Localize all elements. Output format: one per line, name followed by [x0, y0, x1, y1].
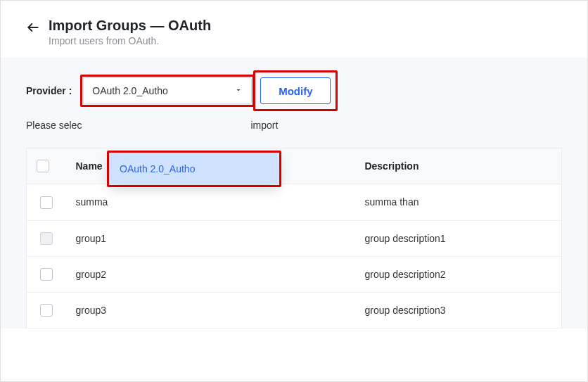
table-row: group1group description1	[27, 220, 562, 256]
row-name: summa	[66, 184, 355, 220]
page-subtitle: Import users from OAuth.	[49, 35, 211, 46]
title-block: Import Groups — OAuth Import users from …	[49, 18, 211, 46]
row-name: group1	[66, 220, 355, 256]
row-checkbox-cell	[27, 184, 66, 220]
groups-table: Name Description summasumma thangroup1gr…	[26, 148, 562, 329]
provider-select-wrapper: OAuth 2.0_Autho	[83, 77, 252, 104]
row-checkbox	[40, 232, 53, 245]
modify-button[interactable]: Modify	[260, 77, 331, 104]
row-description: group description3	[354, 293, 561, 329]
instruction-suffix: import	[250, 120, 278, 131]
provider-select-value: OAuth 2.0_Autho	[92, 85, 167, 96]
instruction-prefix: Please selec	[26, 120, 82, 131]
row-checkbox[interactable]	[40, 304, 53, 317]
row-checkbox-cell	[27, 220, 66, 256]
row-name: group3	[66, 293, 355, 329]
row-description: group description2	[354, 256, 561, 292]
row-checkbox[interactable]	[40, 196, 53, 209]
table-body: summasumma thangroup1group description1g…	[27, 184, 562, 329]
table-row: group2group description2	[27, 256, 562, 292]
back-arrow-icon[interactable]	[26, 20, 40, 34]
instruction-text: Please selec import	[26, 120, 562, 131]
modify-button-wrapper: Modify	[260, 77, 331, 104]
select-all-checkbox[interactable]	[37, 160, 49, 172]
column-header-description: Description	[354, 148, 561, 184]
page-title: Import Groups — OAuth	[49, 18, 211, 34]
provider-dropdown: OAuth 2.0_Autho	[110, 153, 279, 184]
row-checkbox[interactable]	[40, 268, 53, 281]
row-description: group description1	[354, 220, 561, 256]
row-checkbox-cell	[27, 293, 66, 329]
groups-table-wrap: Name Description summasumma thangroup1gr…	[1, 148, 587, 329]
row-description: summa than	[354, 184, 561, 220]
header-area: Import Groups — OAuth Import users from …	[1, 1, 587, 58]
table-row: group3group description3	[27, 293, 562, 329]
select-all-cell	[27, 148, 66, 184]
row-name: group2	[66, 256, 355, 292]
provider-label: Provider :	[26, 85, 72, 96]
provider-dropdown-option[interactable]: OAuth 2.0_Autho	[110, 153, 279, 184]
table-header-row: Name Description	[27, 148, 562, 184]
provider-row: Provider : OAuth 2.0_Autho Modify	[26, 77, 562, 104]
caret-down-icon	[234, 85, 243, 96]
row-checkbox-cell	[27, 256, 66, 292]
controls-panel: Provider : OAuth 2.0_Autho Modify Please…	[1, 58, 587, 148]
provider-select[interactable]: OAuth 2.0_Autho	[83, 77, 252, 104]
provider-dropdown-option-label: OAuth 2.0_Autho	[120, 163, 195, 174]
table-row: summasumma than	[27, 184, 562, 220]
